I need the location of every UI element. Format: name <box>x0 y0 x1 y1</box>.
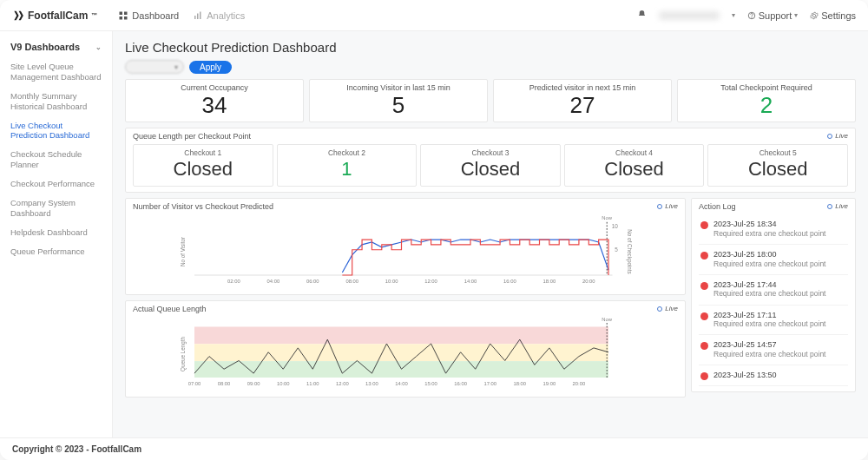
svg-text:12:00: 12:00 <box>336 381 349 386</box>
actionlog-msg: Required extra one checkout point <box>713 260 825 269</box>
queuelen-chart-svg: Queue Length Now 07:0008:0009:0010:0011:… <box>133 315 678 393</box>
queuelen-chart-live-label: Live <box>665 305 678 312</box>
sidebar-item-4[interactable]: Checkout Performance <box>10 174 102 194</box>
actionlog-card: Action Log Live 2023-Jul-25 18:34 Requir… <box>691 198 856 392</box>
alert-dot-icon <box>700 342 708 350</box>
two-col-layout: Number of Visitor vs Checkout Predicted … <box>125 198 856 398</box>
svg-text:06:00: 06:00 <box>306 279 319 284</box>
dashboard-icon <box>118 10 128 21</box>
help-icon <box>747 11 756 20</box>
sidebar-item-2[interactable]: Live Checkout Prediction Dashboard <box>10 116 102 146</box>
settings-link[interactable]: Settings <box>810 10 856 21</box>
svg-rect-5 <box>197 13 199 19</box>
footer: Copyright © 2023 - FootfallCam <box>0 437 868 460</box>
svg-text:02:00: 02:00 <box>227 279 240 284</box>
kpi-card-1: Incoming Visitor in last 15 min 5 <box>309 79 488 122</box>
sidebar-item-5[interactable]: Company System Dashboard <box>10 194 102 223</box>
sidebar-item-3[interactable]: Checkout Schedule Planner <box>10 145 102 174</box>
kpi-card-3: Total Checkpoint Required 2 <box>677 79 856 122</box>
brand-logo[interactable]: FootfallCam™ <box>12 10 97 22</box>
svg-text:11:00: 11:00 <box>306 381 319 386</box>
svg-text:16:00: 16:00 <box>503 279 516 284</box>
actionlog-time: 2023-Jul-25 13:50 <box>713 371 777 380</box>
actionlog-list[interactable]: 2023-Jul-25 18:34 Required extra one che… <box>699 214 848 386</box>
apply-button[interactable]: Apply <box>189 61 232 74</box>
user-name-blurred[interactable] <box>659 11 720 20</box>
queue-live-label: Live <box>835 132 848 140</box>
gear-icon <box>810 11 819 20</box>
actionlog-time: 2023-Jul-25 14:57 <box>713 340 825 350</box>
kpi-value: 27 <box>494 94 671 116</box>
svg-rect-6 <box>200 11 201 19</box>
body: V9 Dashboards ⌄ Site Level Queue Managem… <box>0 31 868 437</box>
queue-card-title: Queue Length per Checkout Point <box>133 132 848 141</box>
checkout-label: Checkout 5 <box>708 148 847 157</box>
chart1-ylabel-right: No of Checkpoints <box>626 229 633 273</box>
checkout-value: Closed <box>421 158 560 181</box>
sidebar-item-0[interactable]: Site Level Queue Management Dashboard <box>10 57 102 87</box>
kpi-value: 5 <box>310 94 487 116</box>
app-window: FootfallCam™ Dashboard Analytics ▾ Suppo… <box>0 0 868 460</box>
chart1-yr-mid: 5 <box>615 246 618 253</box>
svg-text:10:00: 10:00 <box>385 279 398 284</box>
svg-text:13:00: 13:00 <box>365 381 378 386</box>
alert-dot-icon <box>700 221 708 229</box>
live-dot-icon <box>657 306 662 312</box>
nav-analytics[interactable]: Analytics <box>193 10 245 21</box>
svg-text:14:00: 14:00 <box>464 279 477 284</box>
kpi-value: 2 <box>678 94 855 116</box>
chart1-ylabel-left: No of Visitor <box>180 237 186 266</box>
visitor-chart-card: Number of Visitor vs Checkout Predicted … <box>125 198 686 295</box>
actionlog-item-4: 2023-Jul-25 14:57 Required extra one che… <box>699 335 848 365</box>
actionlog-title: Action Log <box>699 202 848 211</box>
checkout-value: 1 <box>278 158 417 181</box>
svg-rect-2 <box>120 16 123 20</box>
support-caret-icon: ▾ <box>794 11 798 19</box>
actionlog-item-5: 2023-Jul-25 13:50 <box>699 365 848 386</box>
visitor-chart-live: Live <box>657 202 678 210</box>
live-dot-icon <box>657 204 662 209</box>
chart1-yr-max: 10 <box>612 223 619 229</box>
actionlog-time: 2023-Jul-25 17:44 <box>713 280 825 290</box>
checkout-card-1: Checkout 2 1 <box>277 144 418 187</box>
sidebar-item-7[interactable]: Queue Performance <box>10 242 102 261</box>
queuelen-chart-card: Actual Queue Length Live Queue Length No… <box>125 300 686 398</box>
nav-analytics-label: Analytics <box>207 10 245 21</box>
svg-text:16:00: 16:00 <box>454 381 467 386</box>
svg-rect-4 <box>194 16 196 19</box>
live-dot-icon <box>827 204 832 209</box>
footer-copyright: Copyright © 2023 - FootfallCam <box>12 444 141 454</box>
checkout-label: Checkout 4 <box>565 148 704 157</box>
checkout-value: Closed <box>134 158 273 181</box>
support-link[interactable]: Support ▾ <box>747 10 799 21</box>
svg-rect-22 <box>194 344 608 361</box>
actionlog-live-label: Live <box>835 202 848 210</box>
queuelen-chart-title: Actual Queue Length <box>133 305 678 313</box>
site-select[interactable]: ▾ <box>125 60 184 74</box>
kpi-label: Total Checkpoint Required <box>678 83 855 92</box>
charts-column: Number of Visitor vs Checkout Predicted … <box>125 198 686 398</box>
brand-tm: ™ <box>91 12 97 18</box>
checkout-card-2: Checkout 3 Closed <box>420 144 561 187</box>
sidebar-item-6[interactable]: Helpdesk Dashboard <box>10 223 102 242</box>
kpi-label: Predicted visitor in next 15 min <box>494 83 671 92</box>
settings-label: Settings <box>821 10 856 21</box>
svg-text:08:00: 08:00 <box>345 279 358 284</box>
nav-dashboard-label: Dashboard <box>132 10 179 21</box>
svg-text:08:00: 08:00 <box>218 381 231 386</box>
svg-text:19:00: 19:00 <box>543 381 556 386</box>
sidebar-item-1[interactable]: Monthly Summary Historical Dashboard <box>10 87 102 116</box>
main-content[interactable]: Live Checkout Prediction Dashboard ▾ App… <box>113 31 868 437</box>
svg-text:20:00: 20:00 <box>582 279 595 284</box>
sidebar: V9 Dashboards ⌄ Site Level Queue Managem… <box>0 31 113 437</box>
page-title: Live Checkout Prediction Dashboard <box>125 40 856 55</box>
actionlog-item-2: 2023-Jul-25 17:44 Required extra one che… <box>699 275 848 306</box>
notification-bell[interactable] <box>637 10 647 21</box>
nav-dashboard[interactable]: Dashboard <box>118 10 179 21</box>
sidebar-heading[interactable]: V9 Dashboards ⌄ <box>0 38 112 57</box>
svg-rect-1 <box>124 11 128 15</box>
svg-text:15:00: 15:00 <box>424 381 437 386</box>
visitor-chart-title: Number of Visitor vs Checkout Predicted <box>133 202 678 211</box>
checkout-label: Checkout 1 <box>134 148 273 157</box>
actionlog-msg: Required extra one checkout point <box>713 319 825 329</box>
